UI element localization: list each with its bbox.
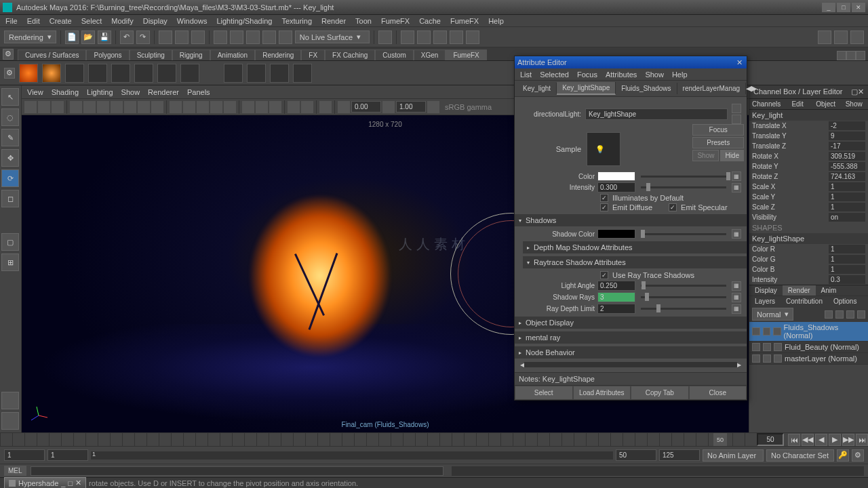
layer-extra-icon[interactable] — [774, 343, 782, 351]
shadow-rays-field[interactable] — [597, 292, 635, 302]
menu-cache[interactable]: Cache — [419, 17, 441, 25]
ae-menu-show[interactable]: Show — [645, 70, 664, 79]
paint-select-icon[interactable]: ✎ — [1, 129, 19, 146]
vp-shaded-icon[interactable] — [183, 101, 195, 113]
vp-ao-icon[interactable] — [242, 101, 254, 113]
vp-aa-icon[interactable] — [269, 101, 281, 113]
layer-icon-1[interactable] — [825, 310, 833, 319]
vp-menu-view[interactable]: View — [27, 88, 43, 96]
menu-texturing[interactable]: Texturing — [281, 17, 312, 25]
select-by-object-icon[interactable] — [175, 30, 189, 44]
shelf-tab-xgen[interactable]: XGen — [414, 49, 446, 60]
end-frame-field[interactable] — [757, 433, 784, 446]
character-set-dropdown[interactable]: No Character Set — [766, 449, 834, 462]
vp-exposure-icon[interactable] — [338, 101, 350, 113]
ae-menu-list[interactable]: List — [520, 70, 532, 79]
menu-edit[interactable]: Edit — [27, 17, 40, 25]
cb-menu-channels[interactable]: Channels — [749, 99, 783, 109]
shelf-item-emit-icon[interactable] — [180, 64, 199, 83]
menu-toon[interactable]: Toon — [355, 17, 372, 25]
node-behavior-section-header[interactable]: Node Behavior — [515, 346, 747, 359]
cb-shape-node[interactable]: Key_lightShape — [749, 233, 868, 244]
ae-close-button[interactable]: Close — [689, 386, 747, 400]
menu-help[interactable]: Help — [488, 17, 504, 25]
cb-transform-node[interactable]: Key_light — [749, 110, 868, 121]
live-surface-dropdown[interactable]: No Live Surface ▾ — [295, 30, 370, 43]
menu-select[interactable]: Select — [81, 17, 102, 25]
time-slider[interactable]: 50 ⏮ ◀◀ ◀ ▶ ▶▶ ⏭ — [0, 432, 868, 446]
shelf-tab-polygons[interactable]: Polygons — [86, 49, 129, 60]
shelf-tab-sculpting[interactable]: Sculpting — [130, 49, 172, 60]
current-frame-marker[interactable]: 50 — [713, 433, 727, 446]
menu-display[interactable]: Display — [143, 17, 167, 25]
shelf-tab-fumefx[interactable]: FumeFX — [446, 49, 486, 60]
menu-windows[interactable]: Windows — [177, 17, 208, 25]
tool-settings-toggle-icon[interactable] — [846, 51, 856, 60]
anim-end-field[interactable] — [659, 449, 700, 461]
light-angle-field[interactable] — [597, 281, 635, 291]
open-scene-icon[interactable]: 📂 — [81, 30, 95, 44]
layer-menu-layers[interactable]: Layers — [749, 296, 781, 306]
ae-tab-key-light-shape[interactable]: Key_lightShape — [557, 82, 616, 95]
ae-copy-tab-button[interactable]: Copy Tab — [631, 386, 689, 400]
close-button[interactable]: ✕ — [852, 3, 865, 12]
menu-fumefx[interactable]: FumeFX — [381, 17, 410, 25]
intensity-map-icon[interactable]: ▦ — [732, 183, 741, 192]
vp-film-gate-icon[interactable] — [83, 101, 96, 113]
light-angle-slider[interactable] — [641, 285, 726, 287]
ae-load-attrs-button[interactable]: Load Attributes — [573, 386, 631, 400]
maximize-button[interactable]: □ — [837, 3, 850, 12]
rotate-tool-icon[interactable]: ⟳ — [1, 169, 19, 187]
shadow-rays-slider[interactable] — [641, 296, 726, 298]
anim-start-field[interactable] — [4, 449, 45, 461]
vp-xray-joints-icon[interactable] — [301, 101, 313, 113]
color-slider[interactable] — [641, 176, 726, 178]
ae-io-icon[interactable] — [732, 104, 741, 113]
range-slider-track[interactable]: 1 — [91, 451, 613, 460]
vp-grid-icon[interactable] — [70, 101, 82, 113]
shelf-item-voxel-icon[interactable] — [88, 64, 107, 83]
select-by-component-icon[interactable] — [191, 30, 205, 44]
use-ray-trace-checkbox[interactable] — [600, 271, 608, 279]
vp-texture-icon[interactable] — [224, 101, 236, 113]
ray-depth-map-icon[interactable]: ▦ — [732, 304, 741, 314]
construction-history-icon[interactable] — [378, 30, 392, 44]
object-display-section-header[interactable]: Object Display — [515, 317, 747, 329]
horizontal-scrollbar[interactable] — [524, 362, 737, 367]
snap-plane-icon[interactable] — [262, 30, 276, 44]
snap-grid-icon[interactable] — [214, 30, 227, 44]
ray-depth-slider[interactable] — [641, 308, 726, 310]
save-scene-icon[interactable]: 💾 — [98, 30, 111, 44]
anim-layer-dropdown[interactable]: No Anim Layer — [703, 449, 764, 462]
vp-menu-panels[interactable]: Panels — [187, 88, 210, 96]
vp-gate-mask-icon[interactable] — [111, 101, 123, 113]
snap-point-icon[interactable] — [246, 30, 260, 44]
intensity-slider[interactable] — [641, 186, 726, 188]
render-region-icon[interactable] — [466, 30, 479, 44]
light-angle-map-icon[interactable]: ▦ — [732, 281, 741, 291]
cb-menu-object[interactable]: Object — [812, 99, 840, 109]
step-back-icon[interactable]: ◀◀ — [802, 434, 814, 446]
ae-titlebar[interactable]: Attribute Editor ✕ — [515, 56, 747, 68]
shelf-tab-fxcaching[interactable]: FX Caching — [325, 49, 375, 60]
render-layer-item[interactable]: masterLayer (Normal) — [749, 353, 868, 365]
shelf-options-icon[interactable]: ⚙ — [4, 68, 15, 79]
shelf-tab-animation[interactable]: Animation — [210, 49, 255, 60]
move-tool-icon[interactable]: ✥ — [1, 149, 19, 167]
vp-res-gate-icon[interactable] — [97, 101, 109, 113]
ae-menu-help[interactable]: Help — [672, 70, 688, 79]
scale-tool-icon[interactable]: ◻ — [1, 190, 19, 207]
attr-translate-x-value[interactable]: -2 — [829, 121, 865, 130]
menu-render[interactable]: Render — [321, 17, 346, 25]
shelf-toggle-icon[interactable]: ⚙ — [3, 49, 14, 60]
ae-tabs-scroll-left-icon[interactable]: ◀ — [746, 84, 751, 93]
vp-select-cam-icon[interactable] — [24, 101, 37, 113]
ae-tab-fluids-shadows[interactable]: Fluids_Shadows — [616, 83, 677, 94]
render-view-icon[interactable] — [401, 30, 414, 44]
shadow-rays-map-icon[interactable]: ▦ — [732, 293, 741, 302]
layer-menu-options[interactable]: Options — [828, 296, 862, 306]
scrollbar-right-icon[interactable]: ▶ — [737, 362, 741, 368]
ae-node-name-field[interactable] — [585, 108, 728, 120]
ae-notes[interactable]: Notes: Key_lightShape — [515, 372, 747, 385]
ae-focus-button[interactable]: Focus — [692, 124, 744, 136]
